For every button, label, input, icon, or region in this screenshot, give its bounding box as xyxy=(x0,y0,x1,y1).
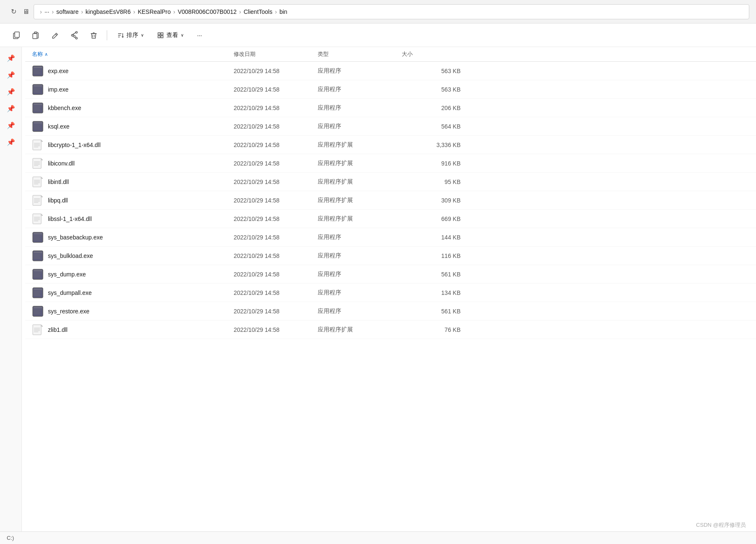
exe-icon xyxy=(32,102,44,114)
file-type: 应用程序 xyxy=(318,252,402,260)
file-name: kbbench.exe xyxy=(48,105,81,111)
table-row[interactable]: sys_basebackup.exe 2022/10/29 14:58 应用程序… xyxy=(25,228,756,247)
more-options-button[interactable]: ··· xyxy=(192,28,207,43)
file-type: 应用程序 xyxy=(318,123,402,130)
table-row[interactable]: exp.exe 2022/10/29 14:58 应用程序 563 KB xyxy=(25,62,756,80)
table-row[interactable]: imp.exe 2022/10/29 14:58 应用程序 563 KB xyxy=(25,80,756,99)
file-date: 2022/10/29 14:58 xyxy=(234,123,318,130)
file-type: 应用程序 xyxy=(318,86,402,93)
separator: › xyxy=(173,8,175,15)
refresh-button[interactable]: ↻ xyxy=(7,5,20,18)
rename-button[interactable] xyxy=(47,27,63,43)
svg-rect-13 xyxy=(34,67,42,68)
file-name-cell: libpq.dll xyxy=(32,194,234,206)
dll-icon xyxy=(32,158,44,169)
breadcrumb-bin[interactable]: bin xyxy=(279,8,287,15)
file-list-area: 名称 ∧ 修改日期 类型 大小 xyxy=(22,47,756,531)
file-name-cell: libcrypto-1_1-x64.dll xyxy=(32,139,234,151)
column-size[interactable]: 大小 xyxy=(402,50,469,58)
table-row[interactable]: sys_bulkload.exe 2022/10/29 14:58 应用程序 1… xyxy=(25,247,756,265)
table-row[interactable]: sys_dump.exe 2022/10/29 14:58 应用程序 561 K… xyxy=(25,265,756,284)
file-type: 应用程序 xyxy=(318,234,402,241)
file-size: 669 KB xyxy=(402,215,469,222)
file-date: 2022/10/29 14:58 xyxy=(234,197,318,204)
svg-rect-128 xyxy=(34,307,42,308)
table-row[interactable]: sys_dumpall.exe 2022/10/29 14:58 应用程序 13… xyxy=(25,284,756,302)
column-type[interactable]: 类型 xyxy=(318,50,402,58)
paste-button[interactable] xyxy=(28,27,44,43)
copy-path-button[interactable] xyxy=(8,27,24,43)
column-name[interactable]: 名称 ∧ xyxy=(32,50,234,58)
file-date: 2022/10/29 14:58 xyxy=(234,326,318,333)
svg-rect-59 xyxy=(33,158,41,168)
exe-icon xyxy=(32,287,44,299)
file-size: 563 KB xyxy=(402,86,469,93)
table-row[interactable]: libpq.dll 2022/10/29 14:58 应用程序扩展 309 KB xyxy=(25,191,756,210)
svg-rect-43 xyxy=(34,122,42,124)
file-size: 134 KB xyxy=(402,289,469,296)
file-type: 应用程序 xyxy=(318,289,402,297)
table-row[interactable]: libiconv.dll 2022/10/29 14:58 应用程序扩展 916… xyxy=(25,154,756,173)
separator: › xyxy=(133,8,135,15)
view-button[interactable]: 查看 ∨ xyxy=(152,28,189,43)
svg-rect-80 xyxy=(33,214,41,224)
file-date: 2022/10/29 14:58 xyxy=(234,252,318,259)
sidebar-pin-1[interactable]: 📌 xyxy=(3,50,18,66)
sidebar-pin-5[interactable]: 📌 xyxy=(3,118,18,133)
sidebar-pin-3[interactable]: 📌 xyxy=(3,84,18,99)
svg-rect-137 xyxy=(33,325,41,335)
sidebar-pin-2[interactable]: 📌 xyxy=(3,67,18,82)
table-row[interactable]: libintl.dll 2022/10/29 14:58 应用程序扩展 95 K… xyxy=(25,173,756,191)
separator: › xyxy=(239,8,241,15)
breadcrumb-kesrealpro[interactable]: KESRealPro xyxy=(138,8,171,15)
exe-icon xyxy=(32,121,44,132)
file-type: 应用程序 xyxy=(318,307,402,315)
separator xyxy=(107,30,107,40)
svg-rect-73 xyxy=(33,195,41,205)
computer-icon: 🖥 xyxy=(23,8,29,16)
breadcrumb-clienttools[interactable]: ClientTools xyxy=(244,8,272,15)
column-modified[interactable]: 修改日期 xyxy=(234,50,318,58)
table-row[interactable]: ksql.exe 2022/10/29 14:58 应用程序 564 KB xyxy=(25,117,756,136)
breadcrumb-bar[interactable]: › ··· › software › kingbaseEsV8R6 › KESR… xyxy=(34,4,749,19)
separator: › xyxy=(81,8,83,15)
file-name-cell: sys_dump.exe xyxy=(32,268,234,280)
file-date: 2022/10/29 14:58 xyxy=(234,289,318,296)
file-type: 应用程序扩展 xyxy=(318,197,402,204)
breadcrumb-dots[interactable]: ··· xyxy=(45,8,50,15)
table-row[interactable]: kbbench.exe 2022/10/29 14:58 应用程序 206 KB xyxy=(25,99,756,117)
file-size: 116 KB xyxy=(402,252,469,259)
exe-icon xyxy=(32,305,44,317)
file-name-cell: libssl-1_1-x64.dll xyxy=(32,213,234,225)
file-name-cell: libintl.dll xyxy=(32,176,234,188)
dll-icon xyxy=(32,139,44,151)
share-button[interactable] xyxy=(66,27,82,43)
sort-chevron: ∨ xyxy=(141,33,144,37)
more-label: ··· xyxy=(197,32,202,39)
exe-icon xyxy=(32,250,44,262)
file-name-cell: kbbench.exe xyxy=(32,102,234,114)
sort-button[interactable]: 排序 ∨ xyxy=(112,28,149,43)
file-size: 561 KB xyxy=(402,271,469,278)
svg-rect-108 xyxy=(34,270,42,271)
file-rows-container: exp.exe 2022/10/29 14:58 应用程序 563 KB xyxy=(25,62,756,339)
svg-rect-23 xyxy=(34,85,42,87)
delete-button[interactable] xyxy=(86,27,102,43)
sidebar-pin-4[interactable]: 📌 xyxy=(3,101,18,116)
file-type: 应用程序 xyxy=(318,104,402,112)
table-row[interactable]: libssl-1_1-x64.dll 2022/10/29 14:58 应用程序… xyxy=(25,210,756,228)
breadcrumb-version[interactable]: V008R006C007B0012 xyxy=(178,8,237,15)
file-name: sys_dumpall.exe xyxy=(48,289,92,296)
breadcrumb-software[interactable]: software xyxy=(56,8,79,15)
file-date: 2022/10/29 14:58 xyxy=(234,179,318,185)
table-row[interactable]: libcrypto-1_1-x64.dll 2022/10/29 14:58 应… xyxy=(25,136,756,154)
table-row[interactable]: sys_restore.exe 2022/10/29 14:58 应用程序 56… xyxy=(25,302,756,321)
file-size: 76 KB xyxy=(402,326,469,333)
table-row[interactable]: zlib1.dll 2022/10/29 14:58 应用程序扩展 76 KB xyxy=(25,321,756,339)
breadcrumb-kingbase[interactable]: kingbaseEsV8R6 xyxy=(86,8,131,15)
file-size: 916 KB xyxy=(402,160,469,167)
file-name-cell: ksql.exe xyxy=(32,121,234,132)
sidebar-pin-6[interactable]: 📌 xyxy=(3,134,18,150)
dll-icon xyxy=(32,194,44,206)
file-name: exp.exe xyxy=(48,68,68,74)
